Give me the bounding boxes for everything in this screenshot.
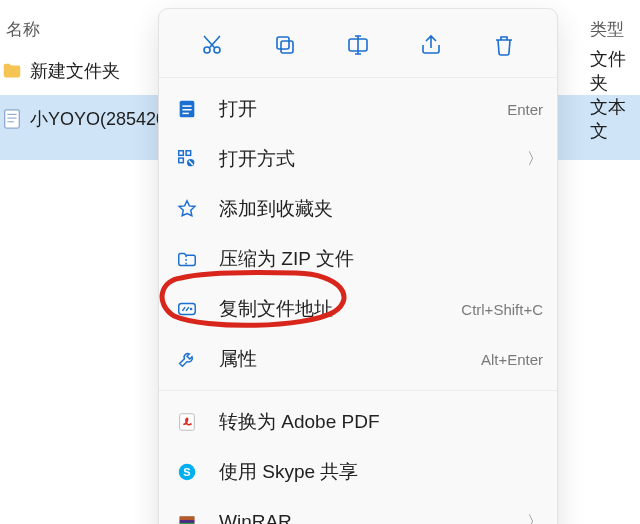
notepad-icon [173, 95, 201, 123]
svg-rect-6 [281, 41, 293, 53]
menu-item-winrar[interactable]: WinRAR 〉 [159, 497, 557, 524]
file-type: 文本文 [590, 95, 640, 143]
menu-item-adobe-pdf[interactable]: 转换为 Adobe PDF [159, 397, 557, 447]
menu-item-label: 转换为 Adobe PDF [219, 409, 543, 435]
svg-text:S: S [183, 466, 190, 478]
menu-item-label: WinRAR [219, 511, 527, 524]
menu-item-shortcut: Enter [507, 101, 543, 118]
svg-rect-0 [5, 110, 20, 128]
delete-button[interactable] [486, 27, 522, 63]
winrar-icon [173, 508, 201, 524]
context-menu-toolbar [159, 9, 557, 77]
menu-item-zip[interactable]: 压缩为 ZIP 文件 [159, 234, 557, 284]
context-menu: 打开 Enter 打开方式 〉 添加到收藏夹 压缩为 ZIP 文件 复制文件地址… [158, 8, 558, 524]
open-with-icon [173, 145, 201, 173]
wrench-icon [173, 345, 201, 373]
copy-path-icon [173, 295, 201, 323]
menu-item-label: 打开 [219, 96, 499, 122]
menu-item-shortcut: Alt+Enter [481, 351, 543, 368]
svg-rect-12 [182, 113, 188, 114]
context-menu-separator [159, 390, 557, 391]
menu-item-skype-share[interactable]: S 使用 Skype 共享 [159, 447, 557, 497]
share-button[interactable] [413, 27, 449, 63]
menu-item-shortcut: Ctrl+Shift+C [461, 301, 543, 318]
menu-item-open[interactable]: 打开 Enter [159, 84, 557, 134]
menu-item-label: 打开方式 [219, 146, 527, 172]
rename-button[interactable] [340, 27, 376, 63]
svg-rect-23 [180, 517, 195, 521]
svg-rect-7 [277, 37, 289, 49]
menu-item-add-favorite[interactable]: 添加到收藏夹 [159, 184, 557, 234]
menu-item-label: 添加到收藏夹 [219, 196, 543, 222]
skype-icon: S [173, 458, 201, 486]
file-name: 新建文件夹 [30, 59, 120, 83]
menu-item-open-with[interactable]: 打开方式 〉 [159, 134, 557, 184]
svg-rect-13 [179, 151, 184, 156]
context-menu-separator [159, 77, 557, 78]
menu-item-label: 复制文件地址 [219, 296, 453, 322]
copy-button[interactable] [267, 27, 303, 63]
chevron-right-icon: 〉 [527, 512, 543, 525]
file-name: 小YOYO(285420 [30, 107, 166, 131]
adobe-pdf-icon [173, 408, 201, 436]
menu-item-copy-path[interactable]: 复制文件地址 Ctrl+Shift+C [159, 284, 557, 334]
svg-rect-14 [179, 158, 184, 163]
file-type: 文件夹 [590, 47, 640, 95]
menu-item-label: 压缩为 ZIP 文件 [219, 246, 543, 272]
text-file-icon [0, 107, 24, 131]
svg-rect-11 [182, 109, 191, 110]
cut-button[interactable] [194, 27, 230, 63]
menu-item-label: 使用 Skype 共享 [219, 459, 543, 485]
column-header-type[interactable]: 类型 [590, 0, 640, 47]
svg-rect-15 [186, 151, 191, 156]
folder-icon [0, 59, 24, 83]
menu-item-properties[interactable]: 属性 Alt+Enter [159, 334, 557, 384]
zip-icon [173, 245, 201, 273]
menu-item-label: 属性 [219, 346, 473, 372]
svg-rect-24 [180, 520, 195, 523]
star-icon [173, 195, 201, 223]
chevron-right-icon: 〉 [527, 149, 543, 170]
svg-rect-10 [182, 105, 191, 106]
svg-point-18 [191, 308, 192, 309]
